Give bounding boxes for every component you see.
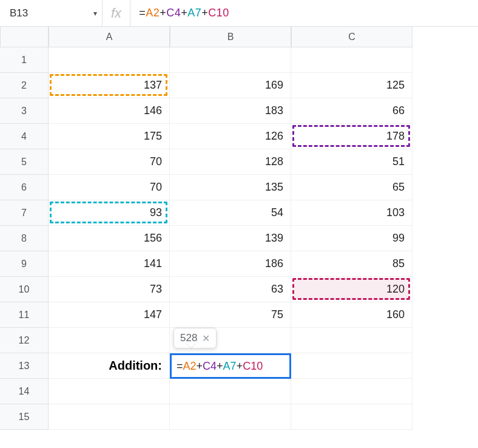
row-header-10[interactable]: 10 [0,277,49,302]
cell-A6[interactable]: 70 [49,175,170,200]
formula-input[interactable]: =A2+C4+A7+C10 [130,7,229,19]
row-header-6[interactable]: 6 [0,175,49,200]
row-header-1[interactable]: 1 [0,47,49,73]
row-header-8[interactable]: 8 [0,226,49,251]
col-header-C[interactable]: C [291,27,412,47]
row-header-11[interactable]: 11 [0,302,49,328]
formula-bar: B13 ▾ fx =A2+C4+A7+C10 [0,0,478,27]
col-header-A[interactable]: A [49,27,170,47]
row-header-13[interactable]: 13 [0,353,49,379]
cell-A10[interactable]: 73 [49,277,170,302]
cell-A8[interactable]: 156 [49,226,170,251]
cell-B4[interactable]: 126 [170,124,291,149]
row-header-9[interactable]: 9 [0,251,49,277]
chevron-down-icon[interactable]: ▾ [93,9,97,18]
fx-icon: fx [102,0,130,26]
close-icon[interactable]: ✕ [202,333,210,344]
row-header-3[interactable]: 3 [0,98,49,124]
cell-B14[interactable] [170,379,291,404]
cell-B10[interactable]: 63 [170,277,291,302]
cell-B2[interactable]: 169 [170,73,291,98]
cell-A14[interactable] [49,379,170,404]
cell-C6[interactable]: 65 [291,175,412,200]
cell-C14[interactable] [291,379,412,404]
cell-B3[interactable]: 183 [170,98,291,124]
col-header-B[interactable]: B [170,27,291,47]
cell-B7[interactable]: 54 [170,200,291,226]
active-cell[interactable]: =A2+C4+A7+C10 [170,353,291,379]
cell-A5[interactable]: 70 [49,149,170,175]
cell-A4[interactable]: 175 [49,124,170,149]
cell-C11[interactable]: 160 [291,302,412,328]
cell-B15[interactable] [170,404,291,430]
row-header-12[interactable]: 12 [0,328,49,353]
cell-A2[interactable]: 137 [49,73,170,98]
cell-C2[interactable]: 125 [291,73,412,98]
cell-A15[interactable] [49,404,170,430]
cell-C5[interactable]: 51 [291,149,412,175]
tooltip-value: 528 [180,332,197,344]
cell-A3[interactable]: 146 [49,98,170,124]
cell-B6[interactable]: 135 [170,175,291,200]
cell-A1[interactable] [49,47,170,73]
cell-C7[interactable]: 103 [291,200,412,226]
cell-A13[interactable]: Addition: [49,353,170,379]
cell-B1[interactable] [170,47,291,73]
name-box-wrap[interactable]: B13 ▾ [5,5,102,22]
cell-C3[interactable]: 66 [291,98,412,124]
cell-B11[interactable]: 75 [170,302,291,328]
cell-C15[interactable] [291,404,412,430]
select-all-corner[interactable] [0,27,49,47]
cell-C13[interactable] [291,353,412,379]
row-header-15[interactable]: 15 [0,404,49,430]
addition-label: Addition: [109,359,162,373]
row-header-4[interactable]: 4 [0,124,49,149]
cell-C8[interactable]: 99 [291,226,412,251]
cell-A7[interactable]: 93 [49,200,170,226]
cell-C10[interactable]: 120 [291,277,412,302]
name-box[interactable]: B13 [5,5,78,22]
cell-C4[interactable]: 178 [291,124,412,149]
cell-A12[interactable] [49,328,170,353]
cell-C12[interactable] [291,328,412,353]
row-header-14[interactable]: 14 [0,379,49,404]
row-header-2[interactable]: 2 [0,73,49,98]
cell-B5[interactable]: 128 [170,149,291,175]
cell-B9[interactable]: 186 [170,251,291,277]
row-header-7[interactable]: 7 [0,200,49,226]
cell-C1[interactable] [291,47,412,73]
formula-preview-tooltip: 528✕ [173,328,217,348]
cell-A9[interactable]: 141 [49,251,170,277]
cell-A11[interactable]: 147 [49,302,170,328]
cell-B8[interactable]: 139 [170,226,291,251]
row-header-5[interactable]: 5 [0,149,49,175]
cell-C9[interactable]: 85 [291,251,412,277]
